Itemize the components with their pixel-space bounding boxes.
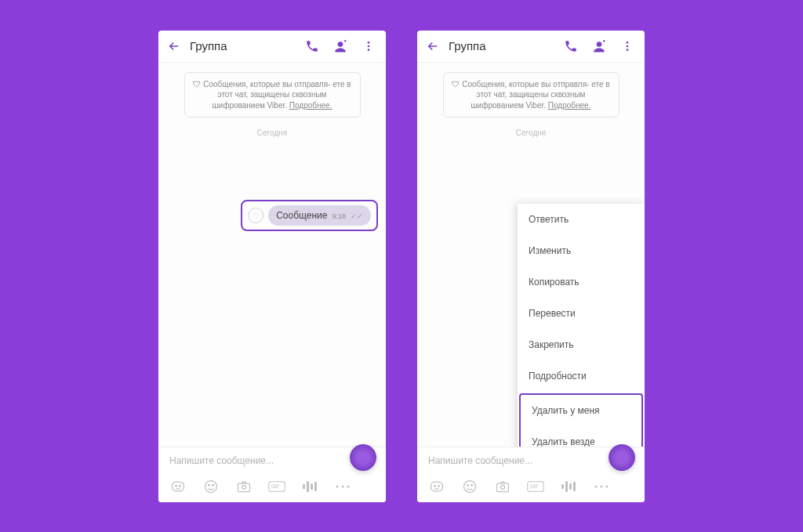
message-time: 9:18 xyxy=(332,212,346,220)
more-horiz-icon xyxy=(594,483,609,490)
more-attach-button[interactable] xyxy=(334,479,351,494)
camera-button[interactable] xyxy=(235,479,253,494)
lock-icon: 🛡 xyxy=(452,80,460,89)
message-text: Сообщение xyxy=(276,210,327,221)
equalizer-icon xyxy=(561,480,576,494)
svg-point-18 xyxy=(336,485,339,487)
call-button[interactable] xyxy=(304,38,320,54)
svg-point-23 xyxy=(627,45,629,47)
add-contact-button[interactable] xyxy=(591,38,607,54)
ctx-reply[interactable]: Ответить xyxy=(518,204,645,235)
svg-text:GIF: GIF xyxy=(271,483,280,489)
svg-point-5 xyxy=(176,485,177,487)
svg-point-0 xyxy=(338,42,343,47)
svg-point-26 xyxy=(434,485,436,487)
message-placeholder: Напишите сообщение... xyxy=(169,455,274,466)
equalizer-icon xyxy=(302,480,318,494)
svg-point-19 xyxy=(342,485,344,487)
ctx-details[interactable]: Подробности xyxy=(518,360,645,392)
arrow-left-icon xyxy=(426,39,440,53)
composer: Напишите сообщение... GIF xyxy=(417,447,645,502)
svg-point-7 xyxy=(205,480,217,492)
encryption-link[interactable]: Подробнее. xyxy=(548,101,591,110)
emoji-button[interactable] xyxy=(461,479,478,494)
svg-point-30 xyxy=(471,484,473,486)
add-contact-button[interactable] xyxy=(332,38,348,54)
date-separator: Сегодня xyxy=(166,128,378,137)
message-bubble[interactable]: Сообщение 9:18 ✓✓ xyxy=(268,205,371,226)
emoji-button[interactable] xyxy=(202,479,220,494)
phone-icon xyxy=(564,39,578,53)
more-button[interactable] xyxy=(361,38,376,54)
encryption-link[interactable]: Подробнее. xyxy=(289,101,332,110)
svg-point-27 xyxy=(438,485,440,487)
header-actions xyxy=(563,38,635,54)
phone-icon xyxy=(305,39,319,53)
svg-point-29 xyxy=(467,484,469,486)
like-button[interactable]: ♡ xyxy=(248,208,263,223)
encryption-notice: 🛡 Сообщения, которые вы отправля- ете в … xyxy=(443,72,620,118)
camera-button[interactable] xyxy=(494,479,511,494)
gif-button[interactable]: GIF xyxy=(527,479,544,494)
svg-rect-17 xyxy=(314,482,317,491)
sticker-button[interactable] xyxy=(169,479,187,494)
emoji-icon xyxy=(462,479,478,494)
gif-button[interactable]: GIF xyxy=(268,479,285,494)
svg-point-11 xyxy=(242,485,246,489)
gif-icon: GIF xyxy=(268,480,285,494)
phone-screen-right: Группа 🛡 Сообщения, которые вы отправля-… xyxy=(417,31,645,502)
svg-rect-35 xyxy=(561,484,564,489)
chat-title: Группа xyxy=(190,39,296,52)
svg-point-2 xyxy=(368,45,370,47)
arrow-left-icon xyxy=(167,39,181,53)
chat-body: 🛡 Сообщения, которые вы отправля- ете в … xyxy=(158,63,386,447)
svg-rect-38 xyxy=(573,482,576,491)
svg-rect-31 xyxy=(497,483,509,491)
svg-point-1 xyxy=(368,42,370,44)
svg-rect-25 xyxy=(431,482,443,491)
header-actions xyxy=(304,38,376,54)
svg-point-3 xyxy=(368,49,370,51)
lock-icon: 🛡 xyxy=(193,80,201,89)
add-person-icon xyxy=(591,38,607,54)
composer-toolbar: GIF xyxy=(417,474,645,502)
svg-point-28 xyxy=(464,480,476,492)
back-button[interactable] xyxy=(425,38,441,54)
svg-text:GIF: GIF xyxy=(530,483,539,489)
camera-icon xyxy=(495,479,511,494)
svg-rect-37 xyxy=(569,483,572,490)
svg-point-21 xyxy=(597,42,602,47)
svg-point-20 xyxy=(347,485,350,487)
composer-toolbar: GIF xyxy=(158,474,386,502)
call-button[interactable] xyxy=(563,38,579,54)
chat-title: Группа xyxy=(449,39,555,52)
heart-icon: ♡ xyxy=(253,212,260,220)
svg-point-24 xyxy=(627,49,629,51)
svg-point-8 xyxy=(209,484,210,486)
composer: Напишите сообщение... GIF xyxy=(158,447,386,502)
sticker-icon xyxy=(428,479,445,494)
read-checks-icon: ✓✓ xyxy=(351,212,363,220)
camera-icon xyxy=(236,479,252,494)
date-separator: Сегодня xyxy=(425,128,637,137)
ctx-pin[interactable]: Закрепить xyxy=(518,329,645,360)
svg-point-22 xyxy=(627,42,629,44)
ctx-edit[interactable]: Изменить xyxy=(518,235,645,266)
chat-header: Группа xyxy=(158,31,386,63)
ctx-delete-mine[interactable]: Удалить у меня xyxy=(521,395,641,426)
back-button[interactable] xyxy=(166,38,182,54)
svg-rect-16 xyxy=(311,483,313,490)
voice-button[interactable] xyxy=(301,479,318,494)
phone-screen-left: Группа 🛡 Сообщения, которые вы отправля-… xyxy=(158,31,386,502)
ctx-translate[interactable]: Перевести xyxy=(518,298,645,329)
voice-button[interactable] xyxy=(560,479,577,494)
sticker-button[interactable] xyxy=(428,479,445,494)
send-fab[interactable] xyxy=(609,444,635,471)
more-attach-button[interactable] xyxy=(593,479,610,494)
more-horiz-icon xyxy=(335,483,351,490)
message-selected[interactable]: ♡ Сообщение 9:18 ✓✓ xyxy=(241,200,378,231)
svg-rect-15 xyxy=(307,481,309,492)
ctx-copy[interactable]: Копировать xyxy=(518,266,645,298)
more-button[interactable] xyxy=(620,38,635,54)
send-fab[interactable] xyxy=(350,444,376,471)
